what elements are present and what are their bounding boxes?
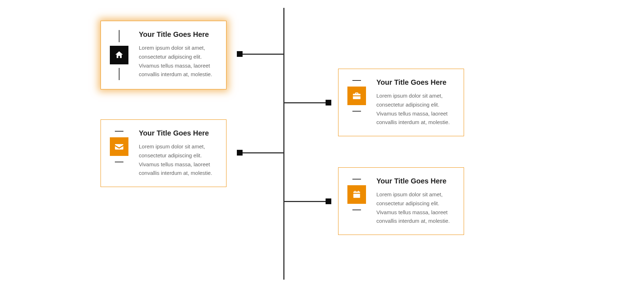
timeline-icon-col (109, 129, 129, 164)
timeline-connector (284, 102, 327, 103)
timeline-card-body: Lorem ipsum dolor sit amet, consectetur … (376, 190, 455, 226)
timeline-card-3[interactable]: Your Title Goes Here Lorem ipsum dolor s… (101, 119, 226, 187)
timeline-card-4[interactable]: Your Title Goes Here Lorem ipsum dolor s… (338, 167, 464, 235)
envelope-icon (110, 137, 128, 156)
timeline-connector (284, 201, 327, 202)
hrule-icon (115, 162, 123, 162)
hrule-icon (352, 210, 361, 210)
timeline-node (237, 51, 243, 57)
calendar-icon (347, 185, 366, 204)
hrule-icon (352, 80, 361, 81)
timeline-center-line (283, 8, 284, 280)
timeline-stage: Your Title Goes Here Lorem ipsum dolor s… (0, 0, 644, 290)
timeline-card-title: Your Title Goes Here (139, 129, 218, 137)
timeline-card-2[interactable]: Your Title Goes Here Lorem ipsum dolor s… (338, 69, 464, 136)
timeline-card-body: Lorem ipsum dolor sit amet, consectetur … (376, 92, 455, 127)
timeline-icon-col (109, 30, 129, 80)
hrule-icon (352, 179, 361, 180)
timeline-connector (240, 54, 284, 55)
timeline-card-body: Lorem ipsum dolor sit amet, consectetur … (139, 44, 218, 79)
timeline-icon-col (347, 177, 366, 212)
timeline-card-body: Lorem ipsum dolor sit amet, consectetur … (139, 142, 218, 178)
briefcase-icon (347, 87, 366, 105)
timeline-connector (240, 152, 284, 153)
timeline-node (237, 150, 243, 156)
timeline-card-title: Your Title Goes Here (376, 177, 455, 185)
vrule-icon (119, 30, 119, 42)
timeline-icon-col (347, 78, 366, 114)
timeline-card-title: Your Title Goes Here (139, 30, 218, 39)
timeline-card-title: Your Title Goes Here (376, 78, 455, 87)
hrule-icon (115, 131, 123, 132)
timeline-node (326, 100, 331, 105)
timeline-card-1[interactable]: Your Title Goes Here Lorem ipsum dolor s… (101, 21, 226, 89)
hrule-icon (352, 111, 361, 112)
vrule-icon (119, 68, 119, 80)
home-icon (110, 46, 128, 64)
timeline-node (326, 198, 331, 204)
